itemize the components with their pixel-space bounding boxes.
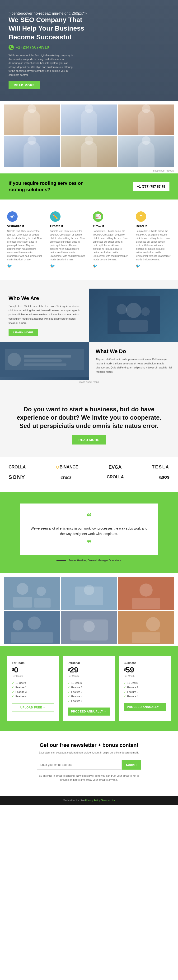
logos-section: CROLLA BINANCE EVGA TESLA SONY crocs CRO… xyxy=(0,457,178,492)
logo-tesla: TESLA xyxy=(152,465,170,469)
who-we-are-text: Who We Are Sample text. Click to select … xyxy=(0,289,89,342)
logo-crolla-1: CROLLA xyxy=(8,465,26,469)
what-we-do-image xyxy=(0,342,89,380)
cta-section: Do you want to start a business, but do … xyxy=(0,393,178,457)
pricing-card-team: For Team $0 Per Month 10 Users Feature 2… xyxy=(7,655,59,721)
features-row: 👁 Visualize it Sample text. Click to sel… xyxy=(5,208,173,272)
pricing-price-1: $29 xyxy=(67,666,110,675)
feature-card-0: 👁 Visualize it Sample text. Click to sel… xyxy=(5,208,45,272)
quote-close-icon: ❞ xyxy=(30,539,148,548)
hero-section: ') center/cover no-repeat; min-height: 2… xyxy=(0,0,178,101)
feature-item: Feature 2 xyxy=(67,685,110,690)
arrow-icon: → xyxy=(104,710,107,713)
logos-row-1: CROLLA BINANCE EVGA TESLA xyxy=(8,465,170,470)
who-we-are-title: Who We Are xyxy=(8,295,83,301)
pricing-card-business: Business $59 Per Month 10 Users Feature … xyxy=(119,655,171,721)
feature-item: Feature 4 xyxy=(67,694,110,699)
newsletter-heading: Get our free newsletter + bonus content xyxy=(8,742,170,748)
twitter-icon-1[interactable]: 🐦 xyxy=(50,264,55,268)
feature-item: Feature 3 xyxy=(12,690,55,694)
team-photo-6 xyxy=(118,136,174,167)
feature-item: 10 Users xyxy=(12,681,55,685)
feature-item: 10 Users xyxy=(123,681,166,685)
photo-6 xyxy=(118,611,174,644)
svg-rect-15 xyxy=(34,598,51,608)
cta-read-more-button[interactable]: READ MORE xyxy=(72,435,106,444)
photos-grid xyxy=(2,575,176,646)
terms-link[interactable]: Terms of Use xyxy=(101,799,115,802)
team-photo-1 xyxy=(4,105,60,135)
photo-2 xyxy=(61,577,117,610)
svg-rect-2 xyxy=(119,320,148,332)
about-caption: Image from Freepik xyxy=(0,380,178,384)
svg-point-7 xyxy=(8,353,21,366)
newsletter-section: Get our free newsletter + bonus content … xyxy=(0,731,178,796)
logo-binance: BINANCE xyxy=(56,465,78,469)
what-we-do-text: What We Do Aliquam eleifend mi in nulla … xyxy=(89,342,178,380)
pricing-features-1: 15 Users Feature 2 Feature 3 Feature 4 F… xyxy=(67,681,110,703)
logos-row-2: SONY crocs CROLLA asos xyxy=(8,474,170,480)
svg-point-24 xyxy=(28,617,41,630)
feature-card-2: 📈 Grow it Sample text. Click to select t… xyxy=(90,208,130,272)
pricing-tier-1: Personal xyxy=(67,661,110,665)
roofing-heading: If you require roofing services or roofi… xyxy=(8,180,85,193)
feature-text-1: Sample text. Click to select the text bo… xyxy=(50,229,85,261)
svg-point-18 xyxy=(84,585,94,595)
who-we-are-image xyxy=(89,289,178,342)
pricing-tier-0: For Team xyxy=(12,661,55,665)
pricing-button-0[interactable]: Upload Free → xyxy=(12,703,55,712)
twitter-icon-2[interactable]: 🐦 xyxy=(93,264,98,268)
roofing-banner: If you require roofing services or roofi… xyxy=(0,173,178,199)
svg-point-3 xyxy=(117,304,127,314)
pricing-button-1[interactable]: Proceed Annually → xyxy=(67,708,110,716)
roofing-phone-button[interactable]: +1 (777) 787 87 78 xyxy=(133,182,170,191)
testimonial-box: ❝ We've seen a lot of efficiency in our … xyxy=(20,504,158,555)
hero-phone: 📞 +1 (234) 567-8910 xyxy=(8,45,170,50)
who-we-are-description: Sample text. Click to select the text bo… xyxy=(8,304,83,325)
hero-title: We SEO Company That Will Help Your Busin… xyxy=(8,16,85,41)
pricing-card-personal: Personal $29 Per Month 15 Users Feature … xyxy=(63,655,115,721)
team-photo-4 xyxy=(4,136,60,167)
team-photo-3 xyxy=(118,105,174,135)
pricing-row: For Team $0 Per Month 10 Users Feature 2… xyxy=(7,655,171,721)
create-icon: ✏️ xyxy=(50,212,61,222)
feature-item: Feature 4 xyxy=(12,694,55,699)
pricing-button-2[interactable]: Proceed Annually → xyxy=(123,703,166,711)
cta-heading: Do you want to start a business, but do … xyxy=(14,405,164,430)
privacy-link[interactable]: Privacy Policy xyxy=(85,799,100,802)
svg-point-14 xyxy=(37,586,46,596)
hero-cta-button[interactable]: READ MORE xyxy=(8,81,40,89)
feature-title-3: Read it xyxy=(136,224,147,228)
pricing-period-0: Per Month xyxy=(12,675,55,678)
visualize-icon: 👁 xyxy=(7,212,18,222)
features-section: 👁 Visualize it Sample text. Click to sel… xyxy=(0,199,178,280)
pricing-features-2: 10 Users Feature 2 Feature 3 Feature 4 xyxy=(123,681,166,699)
quote-open-icon: ❝ xyxy=(30,512,148,522)
pricing-tier-2: Business xyxy=(123,661,166,665)
svg-point-4 xyxy=(141,307,150,316)
testimonial-author: James Hawkes, General Manager Operations xyxy=(19,559,159,562)
pricing-features-0: 10 Users Feature 2 Feature 3 Feature 4 xyxy=(12,681,55,699)
svg-rect-25 xyxy=(11,632,53,643)
footer-text: Made with click. See Privacy Policy. Ter… xyxy=(3,799,175,802)
svg-rect-10 xyxy=(24,363,66,366)
feature-item: Feature 2 xyxy=(123,685,166,690)
team-photo-5 xyxy=(61,136,117,167)
newsletter-email-input[interactable] xyxy=(37,760,122,770)
feature-title-1: Create it xyxy=(50,224,63,228)
feature-item: Feature 3 xyxy=(123,690,166,694)
pricing-price-2: $59 xyxy=(123,666,166,675)
grow-icon: 📈 xyxy=(93,212,103,222)
feature-item: Feature 4 xyxy=(123,694,166,699)
learn-more-button[interactable]: LEARN MORE xyxy=(8,329,38,336)
feature-item: Feature 2 xyxy=(12,685,55,690)
feature-text-3: Sample text. Click to select the text bo… xyxy=(136,229,171,261)
twitter-icon-3[interactable]: 🐦 xyxy=(136,264,141,268)
logo-evga: EVGA xyxy=(109,465,122,470)
svg-rect-21 xyxy=(132,598,160,609)
twitter-icon-0[interactable]: 🐦 xyxy=(7,264,12,268)
photo-5 xyxy=(61,611,117,644)
svg-point-30 xyxy=(146,617,160,631)
feature-card-3: ❝ Read it Sample text. Click to select t… xyxy=(133,208,173,272)
newsletter-submit-button[interactable]: SUBMIT xyxy=(122,760,141,770)
